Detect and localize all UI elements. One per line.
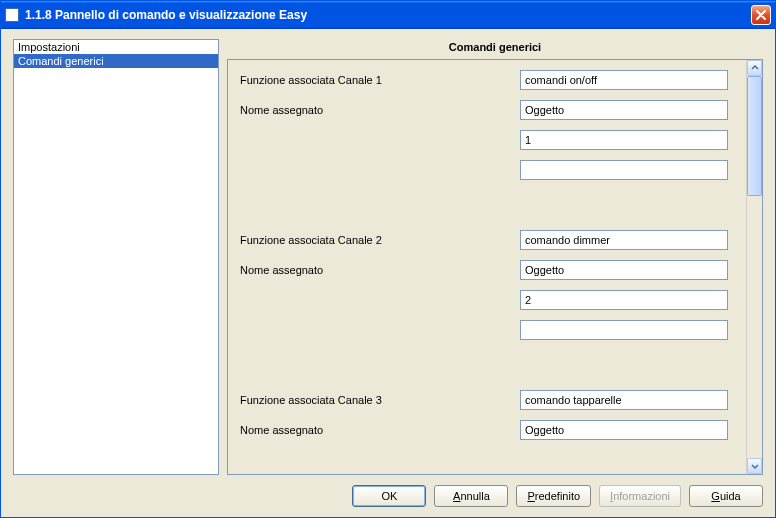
info-button: Informazioni	[599, 485, 681, 507]
param-field[interactable]: comandi on/off	[520, 70, 728, 90]
param-field[interactable]: comando tapparelle	[520, 390, 728, 410]
scroll-thumb[interactable]	[747, 76, 762, 196]
vertical-scrollbar[interactable]	[746, 60, 762, 474]
parameter-content: Funzione associata Canale 1comandi on/of…	[228, 60, 746, 474]
param-label: Nome assegnato	[240, 104, 520, 116]
chevron-down-icon	[751, 462, 759, 470]
param-label: Nome assegnato	[240, 424, 520, 436]
param-field[interactable]: Oggetto	[520, 260, 728, 280]
param-field[interactable]: Oggetto	[520, 100, 728, 120]
app-icon	[5, 8, 19, 22]
window-title: 1.1.8 Pannello di comando e visualizzazi…	[25, 8, 751, 22]
param-label: Funzione associata Canale 3	[240, 394, 520, 406]
param-field[interactable]	[520, 320, 728, 340]
scroll-track[interactable]	[747, 76, 762, 458]
default-button[interactable]: Predefinito	[516, 485, 591, 507]
parameter-grid: Funzione associata Canale 1comandi on/of…	[240, 70, 738, 440]
param-label: Funzione associata Canale 1	[240, 74, 520, 86]
param-label: Nome assegnato	[240, 264, 520, 276]
parameter-scrollbox: Funzione associata Canale 1comandi on/of…	[227, 59, 763, 475]
param-field[interactable]: 2	[520, 290, 728, 310]
sidebar-item[interactable]: Impostazioni	[14, 40, 218, 54]
row-gap	[240, 350, 738, 380]
main-panel: Comandi generici Funzione associata Cana…	[227, 39, 763, 475]
ok-button[interactable]: OK	[352, 485, 426, 507]
sidebar: ImpostazioniComandi generici	[13, 39, 219, 475]
titlebar: 1.1.8 Pannello di comando e visualizzazi…	[1, 1, 775, 29]
row-gap	[240, 190, 738, 220]
client-area: ImpostazioniComandi generici Comandi gen…	[1, 29, 775, 517]
sidebar-item[interactable]: Comandi generici	[14, 54, 218, 68]
close-icon	[756, 10, 766, 20]
scroll-up-button[interactable]	[747, 60, 762, 76]
button-bar: OK Annulla Predefinito Informazioni Guid…	[13, 475, 763, 507]
panel-heading: Comandi generici	[227, 39, 763, 59]
param-field[interactable]: comando dimmer	[520, 230, 728, 250]
scroll-down-button[interactable]	[747, 458, 762, 474]
param-label: Funzione associata Canale 2	[240, 234, 520, 246]
close-button[interactable]	[751, 5, 771, 25]
help-button[interactable]: Guida	[689, 485, 763, 507]
chevron-up-icon	[751, 64, 759, 72]
work-area: ImpostazioniComandi generici Comandi gen…	[13, 39, 763, 475]
param-field[interactable]: 1	[520, 130, 728, 150]
cancel-button[interactable]: Annulla	[434, 485, 508, 507]
dialog-window: 1.1.8 Pannello di comando e visualizzazi…	[0, 0, 776, 518]
param-field[interactable]	[520, 160, 728, 180]
param-field[interactable]: Oggetto	[520, 420, 728, 440]
